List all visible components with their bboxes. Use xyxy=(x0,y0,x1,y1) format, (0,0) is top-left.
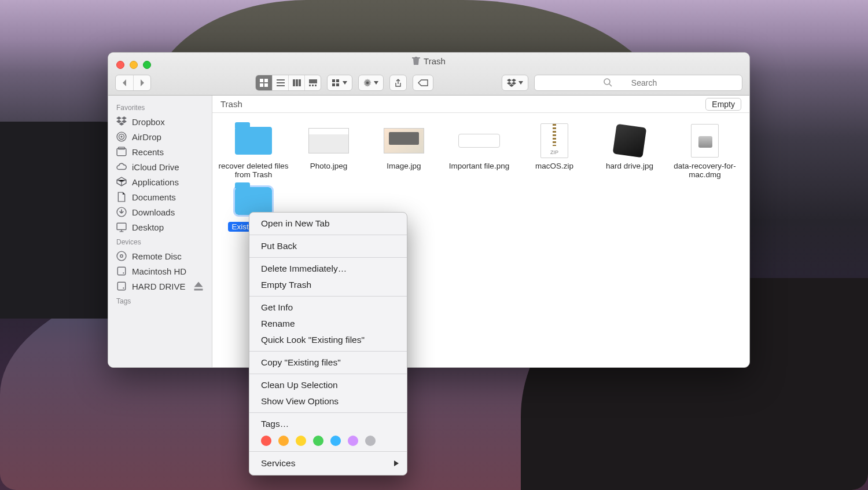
tag-color[interactable] xyxy=(296,436,306,446)
submenu-arrow-icon xyxy=(394,460,399,466)
group-by-button[interactable] xyxy=(327,75,352,91)
recents-icon xyxy=(116,147,127,157)
file-item[interactable]: hard drive.jpg xyxy=(592,123,667,170)
svg-point-23 xyxy=(120,136,122,137)
finder-window: Trash Favor xyxy=(108,52,750,368)
sidebar-item-label: iCloud Drive xyxy=(132,162,179,172)
sidebar-item-label: Desktop xyxy=(132,222,164,232)
file-label: Important file.png xyxy=(449,162,509,170)
menu-item[interactable]: Tags… xyxy=(249,416,407,432)
sidebar-item-documents[interactable]: Documents xyxy=(108,189,212,204)
hdd-icon xyxy=(116,266,127,276)
dropbox-icon xyxy=(507,79,516,87)
svg-rect-10 xyxy=(309,79,317,83)
search-input[interactable] xyxy=(534,75,742,91)
chevron-down-icon xyxy=(518,81,523,85)
menu-item[interactable]: Clean Up Selection xyxy=(249,377,407,393)
tag-color[interactable] xyxy=(348,436,358,446)
nav-buttons xyxy=(115,75,151,91)
file-thumbnail xyxy=(308,123,350,158)
file-item[interactable]: Important file.png xyxy=(442,123,517,170)
menu-item-services[interactable]: Services xyxy=(249,455,407,472)
window-title: Trash xyxy=(108,56,749,66)
file-item[interactable]: Image.jpg xyxy=(366,123,442,170)
svg-rect-32 xyxy=(117,282,126,290)
share-button[interactable] xyxy=(389,75,407,91)
menu-item[interactable]: Put Back xyxy=(249,238,407,254)
svg-rect-4 xyxy=(277,79,285,81)
menu-item[interactable]: Empty Trash xyxy=(249,277,407,293)
svg-rect-0 xyxy=(260,79,263,82)
tag-color[interactable] xyxy=(365,436,376,446)
tag-color[interactable] xyxy=(278,436,289,446)
sidebar-item-applications[interactable]: Applications xyxy=(108,174,212,189)
tags-button[interactable] xyxy=(413,75,433,91)
sidebar-item-remote-disc[interactable]: Remote Disc xyxy=(108,248,212,264)
file-label: hard drive.jpg xyxy=(606,162,653,170)
sidebar-item-downloads[interactable]: Downloads xyxy=(108,204,212,220)
tag-icon xyxy=(418,79,428,86)
svg-rect-6 xyxy=(277,85,285,86)
svg-rect-16 xyxy=(332,83,335,86)
search-field[interactable] xyxy=(534,75,742,91)
forward-button[interactable] xyxy=(133,75,150,90)
svg-rect-7 xyxy=(293,79,295,86)
svg-rect-14 xyxy=(332,79,335,82)
sidebar-header: Devices xyxy=(108,235,212,248)
menu-item[interactable]: Copy "Existing files" xyxy=(249,354,407,371)
view-columns-button[interactable] xyxy=(288,75,304,90)
sidebar-item-hard-drive[interactable]: HARD DRIVE xyxy=(108,279,212,294)
sidebar-item-label: AirDrop xyxy=(132,132,161,142)
tag-color[interactable] xyxy=(313,436,323,446)
view-list-button[interactable] xyxy=(272,75,288,90)
sidebar-item-label: HARD DRIVE xyxy=(132,281,186,291)
sidebar-item-icloud-drive[interactable]: iCloud Drive xyxy=(108,159,212,174)
apps-icon xyxy=(116,177,127,187)
menu-item[interactable]: Rename xyxy=(249,316,407,332)
context-menu: Open in New TabPut BackDelete Immediatel… xyxy=(249,212,407,476)
tag-color-row xyxy=(249,432,407,448)
menu-item[interactable]: Quick Look "Existing files" xyxy=(249,332,407,348)
file-item[interactable]: recover deleted files from Trash xyxy=(216,123,291,179)
view-icons-button[interactable] xyxy=(256,75,272,90)
svg-point-29 xyxy=(120,255,123,258)
view-gallery-button[interactable] xyxy=(304,75,321,90)
file-label: Photo.jpeg xyxy=(310,162,348,170)
menu-item-label: Services xyxy=(261,458,295,469)
eject-icon[interactable] xyxy=(193,281,204,291)
file-item[interactable]: Photo.jpeg xyxy=(291,123,366,170)
tag-color[interactable] xyxy=(261,436,271,446)
menu-item[interactable]: Show View Options xyxy=(249,393,407,409)
svg-point-28 xyxy=(117,251,126,261)
menu-item[interactable]: Open in New Tab xyxy=(249,215,407,232)
file-item[interactable]: data-recovery-for-mac.dmg xyxy=(667,123,742,179)
search-icon xyxy=(604,78,612,87)
menu-separator xyxy=(249,351,407,352)
back-button[interactable] xyxy=(116,75,133,90)
menu-separator xyxy=(249,451,407,452)
file-thumbnail xyxy=(684,123,726,158)
tag-color[interactable] xyxy=(330,436,341,446)
dropbox-icon xyxy=(116,116,127,127)
action-button[interactable] xyxy=(358,75,384,91)
dropbox-toolbar-button[interactable] xyxy=(502,75,528,91)
sidebar-item-airdrop[interactable]: AirDrop xyxy=(108,129,212,144)
location-path: Trash xyxy=(220,99,242,109)
file-item[interactable]: macOS.zip xyxy=(517,123,592,170)
svg-rect-11 xyxy=(309,85,311,86)
sidebar-item-label: Remote Disc xyxy=(132,251,182,261)
menu-separator xyxy=(249,296,407,297)
sidebar-item-dropbox[interactable]: Dropbox xyxy=(108,114,212,129)
sidebar-item-recents[interactable]: Recents xyxy=(108,144,212,159)
empty-trash-button[interactable]: Empty xyxy=(705,98,741,111)
view-mode-segment xyxy=(255,75,321,91)
menu-item[interactable]: Delete Immediately… xyxy=(249,261,407,277)
sidebar-item-label: Documents xyxy=(132,192,176,202)
menu-item[interactable]: Get Info xyxy=(249,299,407,316)
file-label: Image.jpg xyxy=(387,162,421,170)
sidebar-item-macintosh-hd[interactable]: Macintosh HD xyxy=(108,264,212,279)
hdd-icon xyxy=(116,281,127,291)
airdrop-icon xyxy=(116,131,127,142)
sidebar-item-desktop[interactable]: Desktop xyxy=(108,220,212,235)
toolbar xyxy=(115,74,742,92)
